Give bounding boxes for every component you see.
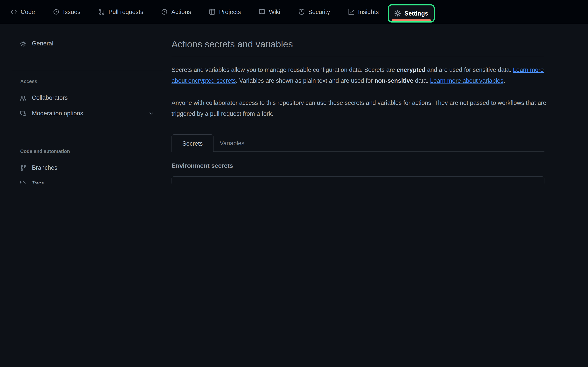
git-branch-icon: [20, 165, 27, 171]
nav-tab-pull-requests[interactable]: Pull requests: [89, 0, 152, 24]
book-icon: [259, 8, 265, 15]
nav-tab-label: Settings: [405, 10, 428, 17]
nav-tab-label: Actions: [171, 8, 191, 15]
sidebar-item-label: Branches: [32, 164, 57, 171]
intro-text: data.: [413, 77, 430, 84]
nav-tab-label: Projects: [219, 8, 241, 15]
sidebar-section-code-and-automation: Code and automation: [20, 149, 70, 154]
access-note-paragraph: Anyone with collaborator access to this …: [172, 98, 547, 119]
nav-tab-code[interactable]: Code: [1, 0, 44, 24]
tag-icon: [20, 180, 27, 184]
people-icon: [20, 95, 27, 101]
shield-icon: [298, 8, 305, 15]
gear-icon: [394, 10, 401, 17]
emphasis-text: non-sensitive: [374, 77, 413, 84]
project-icon: [209, 8, 216, 15]
play-icon: [161, 8, 168, 15]
nav-tab-settings[interactable]: Settings: [389, 5, 434, 21]
sidebar-item-label: Collaborators: [32, 94, 68, 101]
nav-tab-issues[interactable]: Issues: [44, 0, 89, 24]
intro-text: Secrets and variables allow you to manag…: [172, 67, 397, 73]
sidebar-item-general[interactable]: General: [12, 36, 163, 51]
sidebar-divider: [12, 140, 163, 140]
nav-tab-label: Code: [21, 8, 35, 15]
intro-text: .: [503, 77, 505, 84]
intro-text: . Variables are shown as plain text and …: [236, 77, 374, 84]
tab-variables-label: Variables: [220, 140, 244, 147]
intro-paragraph: Secrets and variables allow you to manag…: [172, 65, 547, 86]
nav-tab-actions[interactable]: Actions: [152, 0, 200, 24]
active-tab-underline: [392, 19, 431, 21]
graph-icon: [348, 8, 355, 15]
link-learn-more-about-variables[interactable]: Learn more about variables: [430, 77, 503, 84]
nav-tab-label: Wiki: [269, 8, 280, 15]
nav-tab-label: Security: [308, 8, 330, 15]
nav-tab-projects[interactable]: Projects: [200, 0, 250, 24]
nav-tab-security[interactable]: Security: [289, 0, 339, 24]
sidebar-item-label: General: [32, 40, 53, 47]
environment-secrets-heading: Environment secrets: [172, 162, 233, 169]
nav-tab-label: Issues: [63, 8, 80, 15]
sidebar-section-access: Access: [20, 79, 37, 84]
nav-tab-insights[interactable]: Insights: [339, 0, 388, 24]
sidebar-item-moderation-options[interactable]: Moderation options: [12, 106, 163, 121]
top-nav: CodeIssuesPull requestsActionsProjectsWi…: [0, 0, 588, 24]
nav-tab-label: Pull requests: [109, 8, 143, 15]
issue-icon: [53, 8, 60, 15]
gear-icon: [20, 40, 27, 47]
repository-settings-page: CodeIssuesPull requestsActionsProjectsWi…: [0, 0, 588, 184]
emphasis-text: encrypted: [397, 67, 425, 73]
intro-text: and are used for sensitive data.: [425, 67, 513, 73]
chevron-down-icon: [148, 111, 154, 116]
page-title: Actions secrets and variables: [172, 39, 293, 50]
tab-secrets-label: Secrets: [182, 140, 203, 147]
sidebar-item-tags[interactable]: Tags: [12, 175, 163, 184]
annotation-settings-tab: Settings: [388, 4, 435, 23]
code-icon: [10, 8, 17, 15]
sidebar-item-label: Moderation options: [32, 110, 83, 117]
tab-secrets[interactable]: Secrets: [172, 134, 214, 152]
sidebar-item-collaborators[interactable]: Collaborators: [12, 90, 163, 106]
environment-secrets-panel: This environment has no secrets. Manage …: [172, 176, 545, 184]
sidebar-item-branches[interactable]: Branches: [12, 160, 163, 175]
nav-tab-wiki[interactable]: Wiki: [250, 0, 289, 24]
pull-request-icon: [98, 8, 105, 15]
screen: CodeIssuesPull requestsActionsProjectsWi…: [0, 0, 588, 184]
sidebar-item-label: Tags: [32, 180, 45, 184]
title-divider: [172, 57, 545, 57]
nav-tab-label: Insights: [358, 8, 379, 15]
tab-variables[interactable]: Variables: [220, 134, 244, 152]
comment-discussion-icon: [20, 110, 27, 117]
tab-strip-line: [213, 151, 545, 152]
sidebar-divider: [12, 70, 163, 70]
